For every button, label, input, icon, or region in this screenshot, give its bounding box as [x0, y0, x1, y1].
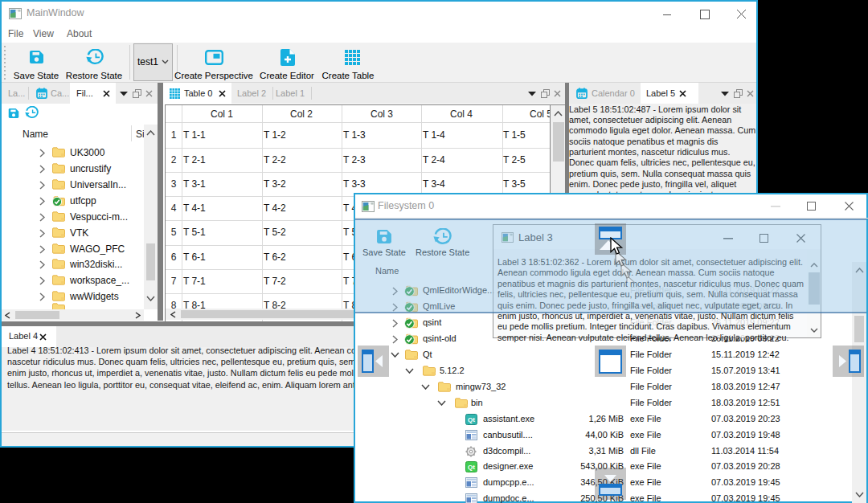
svg-text:Qt: Qt [468, 464, 475, 471]
svg-text:Qt: Qt [468, 416, 475, 423]
